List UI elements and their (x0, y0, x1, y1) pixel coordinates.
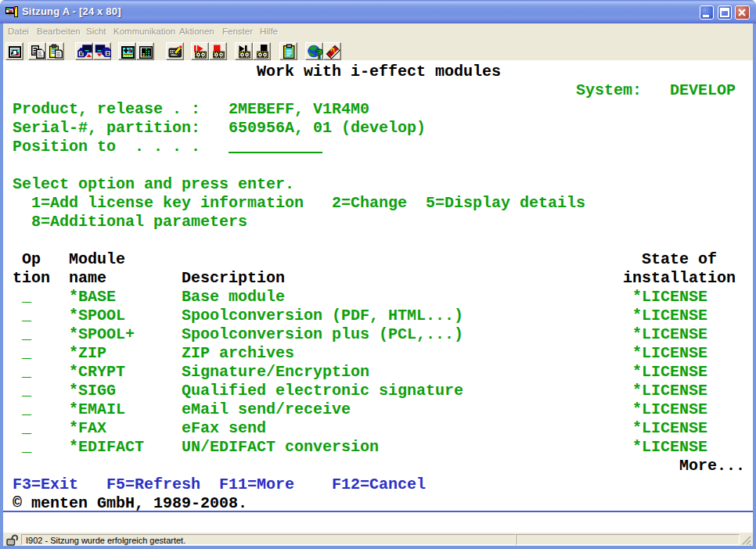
svg-text:?: ? (315, 47, 323, 60)
